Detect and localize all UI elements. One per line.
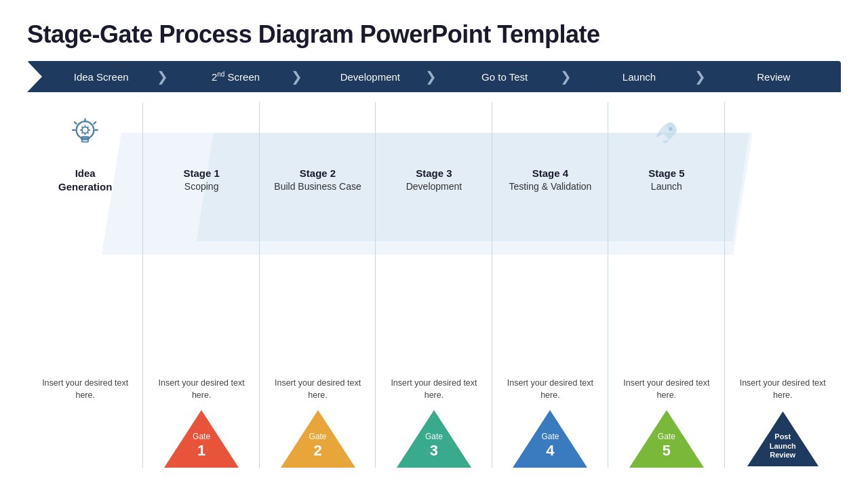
nav-item-development[interactable]: Development ❯ <box>303 61 437 92</box>
nav-items: Idea Screen ❯ 2nd Screen ❯ Development ❯… <box>27 61 841 92</box>
col-stage-1: Stage 1 Scoping Insert your desired text… <box>143 102 259 468</box>
nav-item-go-to-test[interactable]: Go to Test ❯ <box>437 61 572 92</box>
stage2-label: Stage 2 Build Business Case <box>274 167 361 192</box>
diagram-area: IdeaGeneration Insert your desired text … <box>27 92 841 474</box>
stage3-label: Stage 3 Development <box>406 167 462 192</box>
rocket-icon-container <box>651 102 682 163</box>
col6-gate-container: PostLaunchReview <box>747 407 818 468</box>
col3-desc: Insert your desired text here. <box>387 370 481 401</box>
svg-line-2 <box>94 122 96 124</box>
idea-icon-container <box>66 102 104 163</box>
nav-item-2nd-screen[interactable]: 2nd Screen ❯ <box>168 61 302 92</box>
nav-label-go-to-test: Go to Test <box>481 71 528 83</box>
nav-chevron-1: ❯ <box>155 61 169 92</box>
col2-desc: Insert your desired text here. <box>271 370 366 401</box>
rocket-icon <box>651 118 682 148</box>
col4-desc: Insert your desired text here. <box>502 370 597 401</box>
gate-3-word: Gate <box>425 432 443 441</box>
nav-item-launch[interactable]: Launch ❯ <box>572 61 706 92</box>
nav-label-development: Development <box>340 71 400 83</box>
nav-label-2nd-screen: 2nd Screen <box>212 70 260 83</box>
svg-line-16 <box>82 132 83 134</box>
gate-4-word: Gate <box>541 432 559 441</box>
stage2-subtitle: Build Business Case <box>274 180 361 192</box>
col-post-launch: Insert your desired text here. PostLaunc… <box>725 102 841 468</box>
gate-3-triangle: Gate 3 <box>397 410 471 468</box>
gate-2-triangle: Gate 2 <box>281 410 355 468</box>
col4-gate-container: Gate 4 <box>513 407 587 468</box>
svg-line-14 <box>87 132 89 134</box>
gate-5-label: Gate 5 <box>658 432 675 468</box>
col6-desc: Insert your desired text here. <box>735 370 830 401</box>
stage1-subtitle: Scoping <box>183 180 219 192</box>
gate-2-label: Gate 2 <box>309 432 327 468</box>
col3-gate-container: Gate 3 <box>397 407 471 468</box>
gate-1-triangle: Gate 1 <box>164 410 239 468</box>
diagram-columns: IdeaGeneration Insert your desired text … <box>27 102 841 468</box>
nav-label-launch: Launch <box>623 71 656 83</box>
gate-4-triangle: Gate 4 <box>513 410 587 468</box>
svg-line-15 <box>87 126 89 127</box>
stage1-label: Stage 1 Scoping <box>183 167 219 192</box>
stage3-title: Stage 3 <box>406 167 462 180</box>
gate-2-word: Gate <box>309 432 327 441</box>
stage5-title: Stage 5 <box>648 167 684 180</box>
main-title: Stage-Gate Process Diagram PowerPoint Te… <box>27 20 841 49</box>
stage4-title: Stage 4 <box>509 167 591 180</box>
nav-label-review: Review <box>757 71 790 83</box>
svg-line-13 <box>82 126 83 127</box>
col-idea-generation: IdeaGeneration Insert your desired text … <box>27 102 143 468</box>
col-stage-3: Stage 3 Development Insert your desired … <box>376 102 492 468</box>
gate-4-num: 4 <box>541 442 559 460</box>
nav-bar: Idea Screen ❯ 2nd Screen ❯ Development ❯… <box>27 61 841 92</box>
col-stage-4: Stage 4 Testing & Validation Insert your… <box>492 102 608 468</box>
col5-gate-container: Gate 5 <box>629 407 704 468</box>
nav-chevron-2: ❯ <box>290 61 304 92</box>
col1-gate-container: Gate 1 <box>164 407 239 468</box>
stage4-label: Stage 4 Testing & Validation <box>509 167 591 192</box>
col-stage-2: Stage 2 Build Business Case Insert your … <box>260 102 376 468</box>
col0-desc: Insert your desired text here. <box>38 370 133 401</box>
nav-item-idea-screen[interactable]: Idea Screen ❯ <box>34 61 168 92</box>
stage4-subtitle: Testing & Validation <box>509 180 591 192</box>
gate-5-word: Gate <box>658 432 675 441</box>
gate-2-num: 2 <box>309 442 327 460</box>
gate-4-label: Gate 4 <box>541 432 559 468</box>
post-launch-gate-word: PostLaunchReview <box>770 432 796 460</box>
svg-point-21 <box>669 127 672 130</box>
nav-chevron-3: ❯ <box>425 61 438 92</box>
stage5-label: Stage 5 Launch <box>648 167 684 192</box>
nav-item-review[interactable]: Review <box>707 61 841 92</box>
svg-point-0 <box>77 121 94 139</box>
page-wrapper: Stage-Gate Process Diagram PowerPoint Te… <box>0 0 868 488</box>
gate-5-triangle: Gate 5 <box>629 410 704 468</box>
col-stage-5: Stage 5 Launch Insert your desired text … <box>608 102 724 468</box>
col5-desc: Insert your desired text here. <box>619 370 714 401</box>
diagram-area-wrapper: IdeaGeneration Insert your desired text … <box>27 92 841 474</box>
gate-5-num: 5 <box>658 442 675 460</box>
idea-generation-label: IdeaGeneration <box>58 167 112 193</box>
stage1-title: Stage 1 <box>183 167 219 180</box>
post-launch-gate-label: PostLaunchReview <box>770 432 796 468</box>
col2-gate-container: Gate 2 <box>281 407 355 468</box>
post-launch-triangle: PostLaunchReview <box>747 410 818 468</box>
lightbulb-icon <box>66 115 104 152</box>
gate-1-num: 1 <box>193 442 210 460</box>
gate-3-label: Gate 3 <box>425 432 443 468</box>
nav-label-idea-screen: Idea Screen <box>74 71 129 83</box>
nav-chevron-5: ❯ <box>694 61 707 92</box>
gate-3-num: 3 <box>425 442 443 460</box>
gate-1-label: Gate 1 <box>193 432 210 468</box>
idea-generation-title: IdeaGeneration <box>58 167 112 192</box>
stage5-subtitle: Launch <box>648 180 684 192</box>
col1-desc: Insert your desired text here. <box>154 370 249 401</box>
stage2-title: Stage 2 <box>274 167 361 180</box>
nav-chevron-4: ❯ <box>559 61 572 92</box>
gate-1-word: Gate <box>193 432 210 441</box>
stage3-subtitle: Development <box>406 180 462 192</box>
svg-rect-7 <box>82 139 88 142</box>
svg-line-3 <box>75 122 77 124</box>
